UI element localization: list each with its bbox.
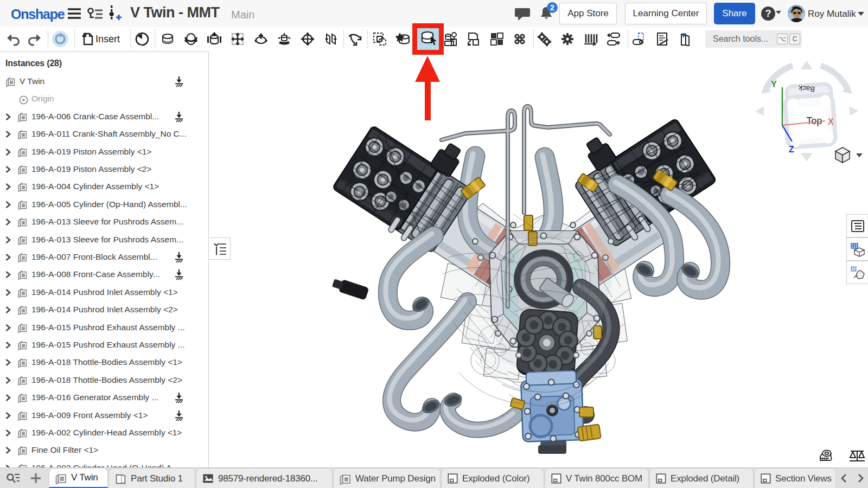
svg-text:X: X — [828, 117, 834, 126]
svg-text:?: ? — [765, 8, 771, 19]
svg-text:Z: Z — [789, 145, 794, 154]
svg-text:Top: Top — [806, 115, 822, 126]
svg-text:Y: Y — [771, 80, 777, 89]
svg-text:Back: Back — [798, 84, 815, 94]
